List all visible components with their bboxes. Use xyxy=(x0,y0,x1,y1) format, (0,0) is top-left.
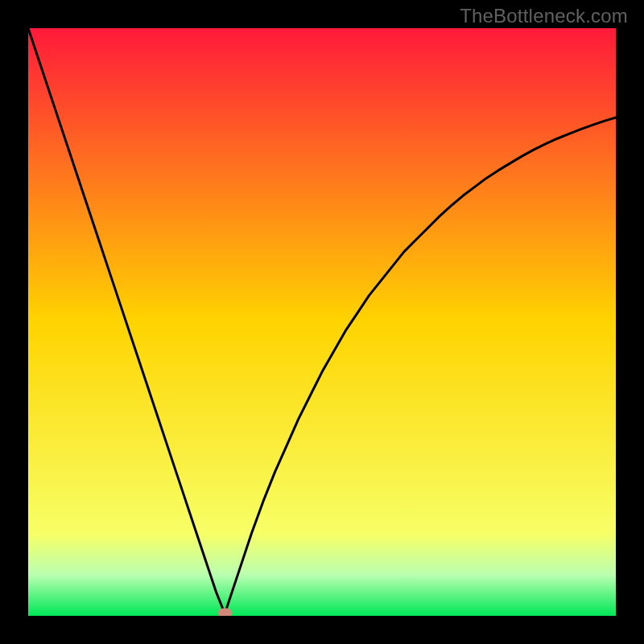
plot-background xyxy=(28,28,616,616)
bottleneck-chart xyxy=(28,28,616,616)
watermark-text: TheBottleneck.com xyxy=(460,5,628,27)
chart-frame: TheBottleneck.com xyxy=(0,0,644,644)
